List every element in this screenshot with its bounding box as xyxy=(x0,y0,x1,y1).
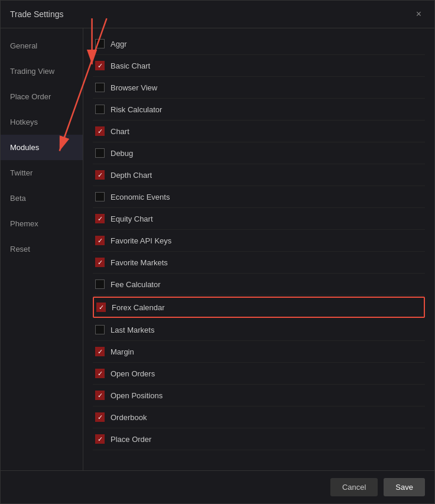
checkbox-place-order[interactable] xyxy=(95,434,105,444)
module-risk-calculator-label: Risk Calculator xyxy=(111,105,162,114)
module-forex-calendar-label: Forex Calendar xyxy=(112,303,165,312)
checkbox-orderbook[interactable] xyxy=(95,412,105,422)
checkbox-open-positions[interactable] xyxy=(95,391,105,400)
module-equity-chart-label: Equity Chart xyxy=(111,214,153,223)
modules-list: Aggr Basic Chart Browser View xyxy=(83,28,434,470)
module-open-positions-label: Open Positions xyxy=(111,391,163,400)
module-last-markets-label: Last Markets xyxy=(111,326,154,334)
sidebar-item-place-order[interactable]: Place Order xyxy=(1,84,83,109)
module-orderbook: Orderbook xyxy=(93,407,425,428)
checkbox-debug[interactable] xyxy=(95,148,105,158)
checkbox-fee-calculator[interactable] xyxy=(95,279,105,289)
module-favorite-markets: Favorite Markets xyxy=(93,252,425,274)
module-equity-chart: Equity Chart xyxy=(93,208,425,230)
module-debug: Debug xyxy=(93,142,425,164)
checkbox-browser-view[interactable] xyxy=(95,83,105,92)
cancel-button[interactable]: Cancel xyxy=(330,478,378,496)
module-depth-chart: Depth Chart xyxy=(93,164,425,186)
checkbox-risk-calculator[interactable] xyxy=(95,105,105,114)
sidebar-item-general[interactable]: General xyxy=(1,33,83,58)
module-favorite-markets-label: Favorite Markets xyxy=(111,258,168,267)
module-fee-calculator-label: Fee Calculator xyxy=(111,280,161,289)
module-chart: Chart xyxy=(93,121,425,142)
trade-settings-dialog: Trade Settings × General Trading View Pl… xyxy=(0,0,435,504)
sidebar-item-modules[interactable]: Modules xyxy=(1,135,83,160)
dialog-header: Trade Settings × xyxy=(1,1,434,28)
checkbox-chart[interactable] xyxy=(95,126,105,136)
module-open-positions: Open Positions xyxy=(93,385,425,407)
module-margin-label: Margin xyxy=(111,347,134,356)
module-economic-events: Economic Events xyxy=(93,186,425,208)
module-debug-label: Debug xyxy=(111,149,133,158)
sidebar-item-beta[interactable]: Beta xyxy=(1,186,83,211)
module-favorite-api-keys-label: Favorite API Keys xyxy=(111,236,171,245)
checkbox-forex-calendar[interactable] xyxy=(96,303,106,312)
module-open-orders: Open Orders xyxy=(93,363,425,385)
module-place-order-label: Place Order xyxy=(111,435,151,444)
dialog-title: Trade Settings xyxy=(10,9,64,19)
dialog-body: General Trading View Place Order Hotkeys… xyxy=(1,28,434,470)
checkbox-margin[interactable] xyxy=(95,347,105,356)
checkbox-aggr[interactable] xyxy=(95,39,105,48)
sidebar-item-hotkeys[interactable]: Hotkeys xyxy=(1,109,83,135)
module-browser-view: Browser View xyxy=(93,77,425,99)
sidebar: General Trading View Place Order Hotkeys… xyxy=(1,28,83,470)
module-risk-calculator: Risk Calculator xyxy=(93,99,425,121)
module-aggr: Aggr xyxy=(93,33,425,55)
close-button[interactable]: × xyxy=(413,8,425,21)
module-basic-chart-label: Basic Chart xyxy=(111,61,150,70)
checkbox-depth-chart[interactable] xyxy=(95,170,105,180)
checkbox-basic-chart[interactable] xyxy=(95,61,105,70)
module-place-order: Place Order xyxy=(93,428,425,450)
sidebar-item-phemex[interactable]: Phemex xyxy=(1,211,83,236)
sidebar-item-twitter[interactable]: Twitter xyxy=(1,160,83,186)
save-button[interactable]: Save xyxy=(384,478,425,496)
checkbox-favorite-markets[interactable] xyxy=(95,258,105,267)
module-browser-view-label: Browser View xyxy=(111,83,157,92)
checkbox-favorite-api-keys[interactable] xyxy=(95,236,105,245)
sidebar-item-trading-view[interactable]: Trading View xyxy=(1,58,83,84)
module-last-markets: Last Markets xyxy=(93,319,425,341)
module-fee-calculator: Fee Calculator xyxy=(93,274,425,295)
module-margin: Margin xyxy=(93,341,425,363)
module-depth-chart-label: Depth Chart xyxy=(111,171,152,180)
sidebar-item-reset[interactable]: Reset xyxy=(1,236,83,262)
checkbox-equity-chart[interactable] xyxy=(95,214,105,223)
module-favorite-api-keys: Favorite API Keys xyxy=(93,230,425,252)
checkbox-economic-events[interactable] xyxy=(95,192,105,201)
checkbox-last-markets[interactable] xyxy=(95,325,105,334)
module-aggr-label: Aggr xyxy=(111,40,126,48)
module-economic-events-label: Economic Events xyxy=(111,193,170,201)
module-orderbook-label: Orderbook xyxy=(111,413,147,422)
dialog-footer: Cancel Save xyxy=(1,470,434,503)
checkbox-open-orders[interactable] xyxy=(95,369,105,378)
module-basic-chart: Basic Chart xyxy=(93,55,425,77)
module-forex-calendar: Forex Calendar xyxy=(93,297,425,318)
module-open-orders-label: Open Orders xyxy=(111,369,155,378)
content-area: Aggr Basic Chart Browser View xyxy=(83,28,434,470)
module-chart-label: Chart xyxy=(111,127,129,136)
